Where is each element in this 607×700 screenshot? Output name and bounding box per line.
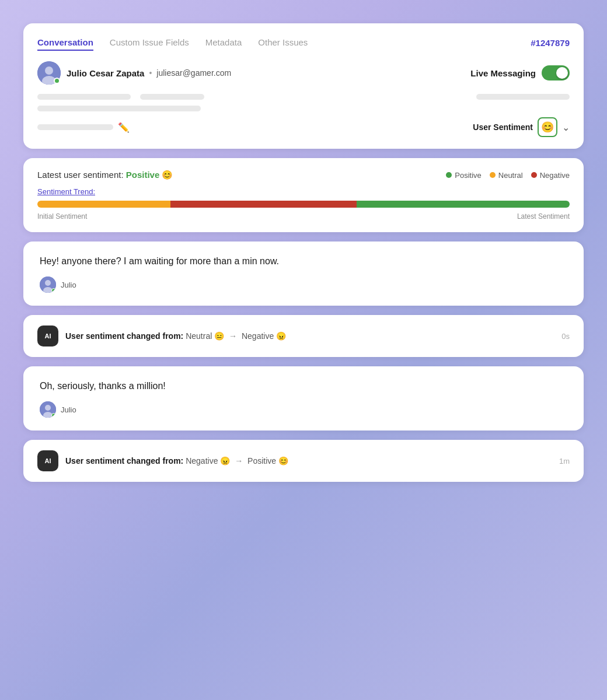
ai-time-2: 1m: [559, 457, 570, 466]
trend-segment-neutral: [37, 201, 170, 208]
live-messaging-toggle[interactable]: [542, 65, 570, 80]
arrow-right-icon-1: →: [229, 331, 239, 341]
legend-neutral: Neutral: [490, 171, 523, 180]
skeleton-row-2: [37, 106, 570, 111]
positive-dot: [446, 172, 452, 178]
ai-to-emoji-2: 😊: [278, 456, 288, 466]
tab-bar: Conversation Custom Issue Fields Metadat…: [37, 35, 570, 51]
skeleton-block: [37, 124, 113, 130]
positive-emoji: 😊: [162, 170, 173, 180]
ai-to-emoji-1: 😠: [276, 331, 286, 341]
message-avatar-2: [40, 401, 56, 418]
ai-from-emoji-2: 😠: [220, 456, 230, 466]
ai-badge-2: AI: [37, 450, 58, 471]
ai-time-1: 0s: [561, 332, 570, 341]
trend-segment-negative: [170, 201, 357, 208]
trend-bar: [37, 201, 570, 208]
message-avatar-1: [40, 276, 56, 293]
toggle-thumb: [556, 67, 568, 79]
tab-custom-issue-fields[interactable]: Custom Issue Fields: [110, 35, 189, 51]
positive-label: Positive: [126, 170, 160, 180]
sentiment-legend: Positive Neutral Negative: [446, 171, 570, 180]
message-author-1: Julio: [61, 281, 76, 289]
legend-negative: Negative: [531, 171, 570, 180]
ai-from-sentiment-2: Negative: [186, 456, 218, 466]
message-author-row-1: Julio: [40, 276, 567, 293]
tab-other-issues[interactable]: Other Issues: [258, 35, 308, 51]
user-name: Julio Cesar Zapata: [67, 68, 144, 78]
chevron-down-icon[interactable]: ⌄: [562, 122, 570, 133]
message-card-2: Oh, seriously, thanks a million! Julio: [23, 366, 584, 430]
avatar-wrap: [37, 61, 61, 85]
svg-point-7: [45, 405, 51, 411]
skeleton-row-1: [37, 94, 570, 100]
trend-labels: Initial Sentiment Latest Sentiment: [37, 212, 570, 220]
toggle-track: [542, 65, 570, 80]
ai-notification-2: AI User sentiment changed from: Negative…: [23, 440, 584, 482]
message-text-2: Oh, seriously, thanks a million!: [40, 379, 567, 393]
ticket-id: #1247879: [531, 38, 570, 48]
live-messaging-label: Live Messaging: [470, 68, 536, 78]
svg-point-4: [45, 280, 51, 286]
ai-text-prefix-1: User sentiment changed from:: [65, 331, 183, 341]
tab-metadata[interactable]: Metadata: [205, 35, 242, 51]
message-author-2: Julio: [61, 405, 76, 414]
user-email: juliesar@gamer.com: [156, 68, 231, 78]
legend-positive: Positive: [446, 171, 482, 180]
skeleton-block: [37, 106, 201, 111]
message-card-1: Hey! anyone there? I am waiting for more…: [23, 242, 584, 306]
negative-dot: [531, 172, 537, 178]
main-container: Conversation Custom Issue Fields Metadat…: [23, 23, 584, 482]
neutral-dot: [490, 172, 496, 178]
sentiment-header: Latest user sentiment: Positive 😊 Positi…: [37, 170, 570, 180]
ai-notification-1: AI User sentiment changed from: Neutral …: [23, 315, 584, 357]
latest-sentiment-text: Latest user sentiment: Positive 😊: [37, 170, 173, 180]
trend-segment-positive: [357, 201, 570, 208]
sentiment-trend-link[interactable]: Sentiment Trend:: [37, 187, 570, 196]
ai-from-emoji-1: 😑: [214, 331, 224, 341]
ai-text-prefix-2: User sentiment changed from:: [65, 456, 183, 466]
online-dot: [51, 288, 56, 293]
initial-sentiment-label: Initial Sentiment: [37, 212, 87, 220]
ai-to-sentiment-2: Positive: [247, 456, 276, 466]
message-text-1: Hey! anyone there? I am waiting for more…: [40, 254, 567, 268]
arrow-right-icon-2: →: [235, 456, 245, 466]
message-author-row-2: Julio: [40, 401, 567, 418]
skeleton-block: [476, 94, 570, 100]
user-sentiment-label: User Sentiment: [473, 123, 533, 132]
svg-point-1: [45, 66, 53, 75]
tab-conversation[interactable]: Conversation: [37, 35, 93, 51]
latest-sentiment-axis-label: Latest Sentiment: [517, 212, 570, 220]
edit-icon[interactable]: ✏️: [118, 122, 130, 133]
sentiment-emoji: 😊: [541, 121, 554, 134]
separator: •: [149, 68, 152, 78]
online-dot: [51, 413, 56, 418]
ai-text-1: User sentiment changed from: Neutral 😑 →…: [65, 331, 554, 341]
online-indicator: [54, 78, 60, 84]
negative-legend-label: Negative: [540, 171, 570, 180]
sentiment-card: Latest user sentiment: Positive 😊 Positi…: [23, 158, 584, 232]
ai-badge-1: AI: [37, 326, 58, 346]
user-row: Julio Cesar Zapata • juliesar@gamer.com …: [37, 61, 570, 85]
neutral-legend-label: Neutral: [498, 171, 523, 180]
skeleton-block: [140, 94, 204, 100]
conversation-card: Conversation Custom Issue Fields Metadat…: [23, 23, 584, 149]
conv-bottom-row: ✏️ User Sentiment 😊 ⌄: [37, 117, 570, 137]
ai-from-sentiment-1: Neutral: [186, 331, 212, 341]
positive-legend-label: Positive: [455, 171, 482, 180]
ai-text-2: User sentiment changed from: Negative 😠 …: [65, 456, 552, 466]
sentiment-emoji-button[interactable]: 😊: [538, 117, 557, 137]
ai-to-sentiment-1: Negative: [242, 331, 274, 341]
skeleton-block: [37, 94, 131, 100]
